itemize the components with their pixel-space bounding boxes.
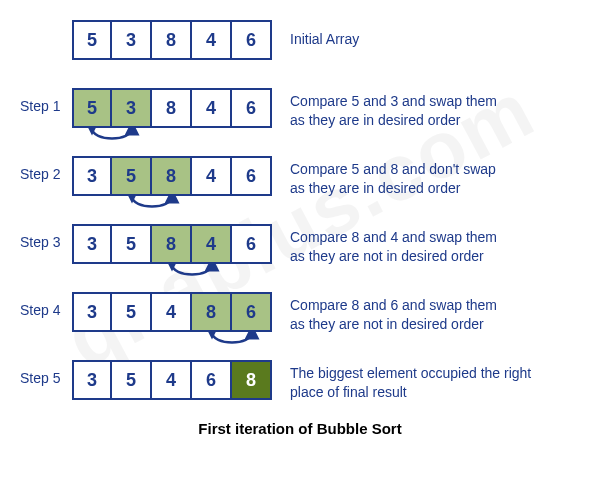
cell: 6 bbox=[232, 224, 272, 264]
cell: 6 bbox=[192, 360, 232, 400]
row-step: Step 435486Compare 8 and 6 and swap them… bbox=[20, 292, 580, 346]
desc: The biggest element occupied the rightpl… bbox=[290, 360, 580, 402]
array-wrap: 35468 bbox=[72, 360, 272, 400]
desc-line: The biggest element occupied the right bbox=[290, 364, 580, 383]
cell: 8 bbox=[152, 156, 192, 196]
cell: 5 bbox=[112, 360, 152, 400]
step-label: Step 2 bbox=[20, 156, 72, 182]
row-step: Step 335846Compare 8 and 4 and swap them… bbox=[20, 224, 580, 278]
desc-initial: Initial Array bbox=[290, 20, 580, 49]
row-step: Step 235846Compare 5 and 8 and don't swa… bbox=[20, 156, 580, 210]
array-wrap: 35846 bbox=[72, 156, 272, 196]
row-initial: 5 3 8 4 6 Initial Array bbox=[20, 20, 580, 74]
swap-arrow-icon bbox=[112, 194, 192, 216]
step-label: Step 5 bbox=[20, 360, 72, 386]
cell: 8 bbox=[152, 20, 192, 60]
step-label-initial bbox=[20, 20, 72, 30]
cell: 4 bbox=[152, 292, 192, 332]
cell: 5 bbox=[112, 292, 152, 332]
cell: 6 bbox=[232, 292, 272, 332]
cell: 4 bbox=[192, 224, 232, 264]
desc-line: Compare 5 and 3 and swap them bbox=[290, 92, 580, 111]
cell: 8 bbox=[152, 224, 192, 264]
cell: 3 bbox=[72, 292, 112, 332]
cell: 5 bbox=[112, 224, 152, 264]
cell: 6 bbox=[232, 156, 272, 196]
array: 35486 bbox=[72, 292, 272, 332]
desc-line: as they are not in desired order bbox=[290, 315, 580, 334]
step-label: Step 3 bbox=[20, 224, 72, 250]
desc-line: as they are not in desired order bbox=[290, 247, 580, 266]
desc: Compare 8 and 6 and swap themas they are… bbox=[290, 292, 580, 334]
cell: 3 bbox=[72, 360, 112, 400]
swap-arrow-icon bbox=[72, 126, 152, 148]
desc: Compare 5 and 8 and don't swapas they ar… bbox=[290, 156, 580, 198]
desc-line: Compare 8 and 6 and swap them bbox=[290, 296, 580, 315]
row-step: Step 153846Compare 5 and 3 and swap them… bbox=[20, 88, 580, 142]
desc-line: place of final result bbox=[290, 383, 580, 402]
cell: 4 bbox=[192, 88, 232, 128]
row-step: Step 535468The biggest element occupied … bbox=[20, 360, 580, 414]
cell: 6 bbox=[232, 88, 272, 128]
cell: 5 bbox=[112, 156, 152, 196]
cell: 4 bbox=[152, 360, 192, 400]
cell: 8 bbox=[152, 88, 192, 128]
step-label: Step 1 bbox=[20, 88, 72, 114]
cell: 4 bbox=[192, 156, 232, 196]
cell: 3 bbox=[112, 88, 152, 128]
cell: 4 bbox=[192, 20, 232, 60]
array-wrap: 35846 bbox=[72, 224, 272, 264]
cell: 5 bbox=[72, 88, 112, 128]
cell: 8 bbox=[232, 360, 272, 400]
array-wrap-initial: 5 3 8 4 6 bbox=[72, 20, 272, 60]
cell: 3 bbox=[72, 156, 112, 196]
step-label: Step 4 bbox=[20, 292, 72, 318]
swap-arrow-icon bbox=[192, 330, 272, 352]
array: 35846 bbox=[72, 224, 272, 264]
desc: Compare 5 and 3 and swap themas they are… bbox=[290, 88, 580, 130]
caption: First iteration of Bubble Sort bbox=[20, 420, 580, 437]
cell: 3 bbox=[112, 20, 152, 60]
desc-line: as they are in desired order bbox=[290, 179, 580, 198]
array-initial: 5 3 8 4 6 bbox=[72, 20, 272, 60]
desc-line: as they are in desired order bbox=[290, 111, 580, 130]
array: 35846 bbox=[72, 156, 272, 196]
cell: 3 bbox=[72, 224, 112, 264]
array: 53846 bbox=[72, 88, 272, 128]
cell: 6 bbox=[232, 20, 272, 60]
array-wrap: 35486 bbox=[72, 292, 272, 332]
desc-line: Compare 8 and 4 and swap them bbox=[290, 228, 580, 247]
desc: Compare 8 and 4 and swap themas they are… bbox=[290, 224, 580, 266]
cell: 8 bbox=[192, 292, 232, 332]
desc-line: Compare 5 and 8 and don't swap bbox=[290, 160, 580, 179]
cell: 5 bbox=[72, 20, 112, 60]
swap-arrow-icon bbox=[152, 262, 232, 284]
array-wrap: 53846 bbox=[72, 88, 272, 128]
array: 35468 bbox=[72, 360, 272, 400]
